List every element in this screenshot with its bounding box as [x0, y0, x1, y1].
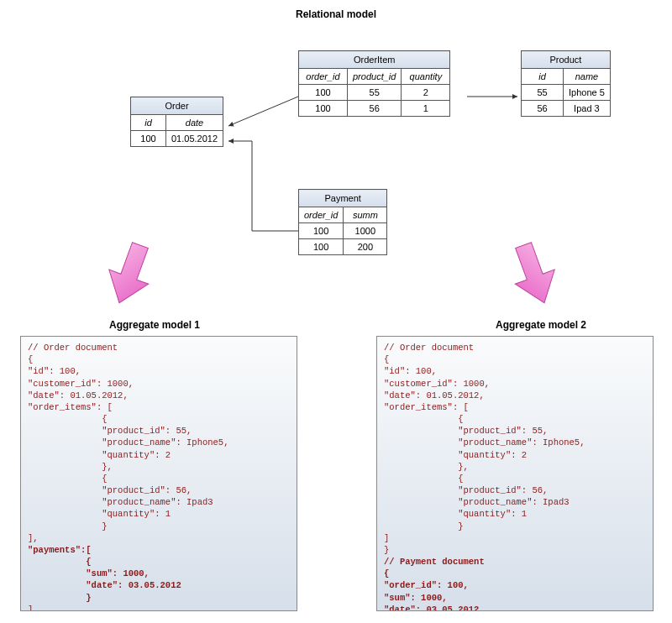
aggregate-2-code: // Order document{"id": 100,"customer_id… — [376, 336, 654, 611]
order-col-id: id — [131, 115, 166, 131]
order-col-date: date — [166, 115, 223, 131]
svg-line-0 — [228, 97, 298, 126]
arrow-down-left-icon — [95, 233, 165, 313]
payment-col: order_id — [299, 207, 344, 223]
payment-table-title: Payment — [299, 190, 387, 207]
orderitem-col: order_id — [299, 69, 348, 85]
orderitem-col: quantity — [402, 69, 450, 85]
orderitem-cell: 100 — [299, 101, 348, 117]
product-cell: Ipad 3 — [564, 101, 611, 117]
aggregate-2-title: Aggregate model 2 — [496, 319, 586, 331]
payment-col: summ — [344, 207, 387, 223]
orderitem-col: product_id — [348, 69, 402, 85]
main-title: Relational model — [0, 8, 672, 20]
order-cell: 01.05.2012 — [166, 131, 223, 147]
order-table: Order id date 100 01.05.2012 — [130, 97, 223, 147]
payment-table: Payment order_id summ 100 1000 100 200 — [298, 189, 387, 255]
orderitem-cell: 55 — [348, 85, 402, 101]
product-cell: 56 — [522, 101, 564, 117]
aggregate-1-code: // Order document{"id": 100,"customer_id… — [20, 336, 297, 611]
aggregate-1-title: Aggregate model 1 — [109, 319, 200, 331]
orderitem-cell: 1 — [402, 101, 450, 117]
payment-cell: 200 — [344, 239, 387, 255]
product-col: name — [564, 69, 611, 85]
orderitem-cell: 100 — [299, 85, 348, 101]
order-cell: 100 — [131, 131, 166, 147]
orderitem-cell: 2 — [402, 85, 450, 101]
orderitem-table: OrderItem order_id product_id quantity 1… — [298, 50, 450, 117]
orderitem-cell: 56 — [348, 101, 402, 117]
orderitem-table-title: OrderItem — [299, 51, 450, 69]
product-table: Product id name 55 Iphone 5 56 Ipad 3 — [521, 50, 611, 117]
product-cell: 55 — [522, 85, 564, 101]
payment-cell: 1000 — [344, 223, 387, 239]
product-col: id — [522, 69, 564, 85]
payment-cell: 100 — [299, 223, 344, 239]
product-table-title: Product — [522, 51, 611, 69]
order-table-title: Order — [131, 97, 223, 115]
arrow-down-right-icon — [498, 233, 569, 313]
payment-cell: 100 — [299, 239, 344, 255]
product-cell: Iphone 5 — [564, 85, 611, 101]
